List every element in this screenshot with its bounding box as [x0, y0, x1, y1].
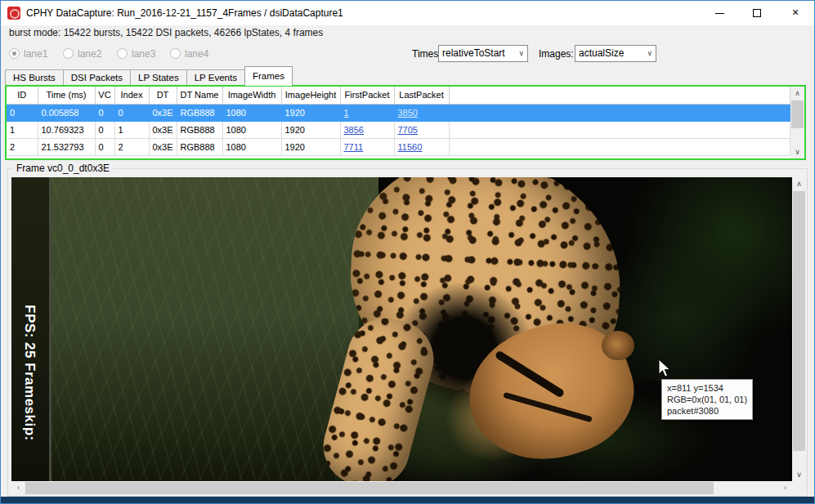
col-vc: VC	[95, 87, 114, 104]
table-header-row: ID Time (ms) VC Index DT DT Name ImageWi…	[7, 87, 790, 104]
app-window: CPHY DataCapture: Run_2016-12-21_1157_4F…	[0, 0, 815, 504]
maximize-button[interactable]	[739, 1, 777, 25]
cell-index: 2	[114, 138, 149, 155]
cell-id: 0	[7, 104, 38, 121]
burst-status-text: burst mode: 15422 bursts, 15422 DSI pack…	[9, 27, 323, 38]
cell-image-width: 1080	[222, 121, 281, 138]
cell-vc: 0	[95, 104, 114, 121]
close-button[interactable]: ×	[777, 1, 814, 25]
image-vscrollbar-thumb[interactable]	[793, 191, 805, 451]
times-dropdown-value: relativeToStart	[442, 46, 505, 61]
image-horizontal-scrollbar[interactable]: ‹ ›	[11, 481, 792, 495]
close-icon: ×	[777, 1, 814, 25]
col-filler	[449, 87, 790, 104]
images-dropdown-value: actualSize	[579, 46, 624, 61]
frame-image-viewer[interactable]: FPS: 25 Frameskip: x=811 y=1534 RGB=0x(0…	[11, 177, 792, 481]
chevron-down-icon: ∨	[647, 46, 652, 61]
fps-overlay-text: FPS: 25 Frameskip:	[20, 305, 38, 481]
pixel-tooltip: x=811 y=1534 RGB=0x(01, 01, 01) packet#3…	[661, 379, 753, 420]
cell-dt-name: RGB888	[177, 121, 222, 138]
last-packet-link[interactable]: 7705	[398, 125, 418, 135]
cursor-icon	[657, 359, 674, 378]
cell-dt: 0x3E	[149, 104, 177, 121]
lane-selector-row: lane1 lane2 lane3 lane4 Times: relativeT…	[1, 43, 814, 65]
tab-lp-events[interactable]: LP Events	[186, 69, 245, 86]
cell-dt: 0x3E	[149, 121, 177, 138]
col-dt-name: DT Name	[177, 87, 222, 104]
last-packet-link[interactable]: 11560	[398, 142, 423, 152]
chevron-down-icon: ∨	[518, 46, 524, 61]
maximize-icon	[753, 9, 761, 17]
cell-id: 2	[7, 138, 38, 155]
radio-lane1[interactable]: lane1	[9, 46, 47, 59]
tooltip-rgb: RGB=0x(01, 01, 01)	[667, 394, 747, 405]
table-row[interactable]: 2 21.532793 0 2 0x3E RGB888 1080 1920 77…	[7, 138, 790, 155]
tab-hs-bursts[interactable]: HS Bursts	[5, 69, 64, 86]
cell-vc: 0	[95, 138, 114, 155]
radio-lane2-circle	[63, 48, 74, 59]
images-dropdown[interactable]: actualSize ∨	[575, 45, 656, 62]
scroll-left-icon[interactable]: ‹	[11, 481, 25, 495]
frame-groupbox-label: Frame vc0_0_dt0x3E	[13, 163, 113, 174]
tab-dsi-packets[interactable]: DSI Packets	[63, 69, 131, 86]
scroll-down-icon[interactable]: ∨	[790, 145, 804, 158]
image-hscrollbar-thumb[interactable]	[25, 482, 714, 494]
radio-lane2-label: lane2	[78, 48, 101, 60]
first-packet-link[interactable]: 3856	[344, 125, 364, 135]
table-row[interactable]: 1 10.769323 0 1 0x3E RGB888 1080 1920 38…	[7, 121, 790, 138]
scroll-right-icon[interactable]: ›	[778, 481, 792, 495]
cell-time: 21.532793	[38, 138, 95, 155]
frames-grid: ID Time (ms) VC Index DT DT Name ImageWi…	[7, 87, 790, 156]
title-bar[interactable]: CPHY DataCapture: Run_2016-12-21_1157_4F…	[1, 1, 814, 25]
background-window-strip	[1, 497, 814, 503]
images-label: Images:	[539, 48, 574, 60]
cell-image-height: 1920	[281, 138, 340, 155]
app-icon	[7, 7, 20, 20]
col-id: ID	[7, 87, 38, 104]
tooltip-packet: packet#3080	[667, 405, 747, 417]
table-scrollbar-thumb[interactable]	[791, 100, 804, 128]
frames-table: ID Time (ms) VC Index DT DT Name ImageWi…	[5, 85, 806, 160]
col-image-width: ImageWidth	[222, 87, 281, 104]
radio-lane4-label: lane4	[185, 48, 208, 60]
scroll-up-icon[interactable]: ∧	[790, 87, 804, 100]
cell-image-width: 1080	[222, 138, 281, 155]
col-time: Time (ms)	[38, 87, 95, 104]
times-dropdown[interactable]: relativeToStart ∨	[438, 45, 528, 62]
last-packet-link[interactable]: 3850	[398, 108, 418, 118]
cell-dt-name: RGB888	[177, 104, 222, 121]
col-image-height: ImageHeight	[281, 87, 340, 104]
minimize-button[interactable]	[701, 1, 739, 25]
radio-lane2[interactable]: lane2	[63, 46, 101, 59]
radio-lane1-label: lane1	[24, 48, 47, 60]
cell-index: 0	[114, 104, 149, 121]
window-title: CPHY DataCapture: Run_2016-12-21_1157_4F…	[26, 1, 343, 25]
radio-lane1-circle	[9, 48, 20, 59]
table-scrollbar[interactable]: ∧ ∨	[790, 87, 804, 158]
radio-lane4[interactable]: lane4	[170, 46, 208, 59]
col-index: Index	[114, 87, 149, 104]
first-packet-link[interactable]: 7711	[344, 142, 364, 152]
col-dt: DT	[149, 87, 177, 104]
cell-vc: 0	[95, 121, 114, 138]
cell-dt: 0x3E	[149, 138, 177, 155]
scroll-up-icon[interactable]: ∧	[792, 177, 806, 190]
cell-image-height: 1920	[281, 104, 340, 121]
times-label: Times:	[412, 48, 441, 60]
image-vertical-scrollbar[interactable]: ∧ ∨	[792, 177, 806, 481]
radio-lane3-circle	[117, 48, 128, 59]
col-last-packet: LastPacket	[394, 87, 449, 104]
cell-time: 10.769323	[38, 121, 95, 138]
tab-lp-states[interactable]: LP States	[130, 69, 187, 86]
tab-strip: HS Bursts DSI Packets LP States LP Event…	[5, 66, 292, 86]
cell-dt-name: RGB888	[177, 138, 222, 155]
radio-lane3-label: lane3	[132, 48, 155, 60]
scroll-down-icon[interactable]: ∨	[792, 468, 806, 481]
table-row[interactable]: 0 0.005858 0 0 0x3E RGB888 1080 1920 1 3…	[7, 104, 790, 121]
tooltip-coords: x=811 y=1534	[667, 382, 747, 394]
first-packet-link[interactable]: 1	[344, 108, 349, 118]
tab-frames[interactable]: Frames	[244, 66, 293, 86]
radio-lane3[interactable]: lane3	[117, 46, 155, 59]
cell-index: 1	[114, 121, 149, 138]
radio-lane4-circle	[170, 48, 181, 59]
